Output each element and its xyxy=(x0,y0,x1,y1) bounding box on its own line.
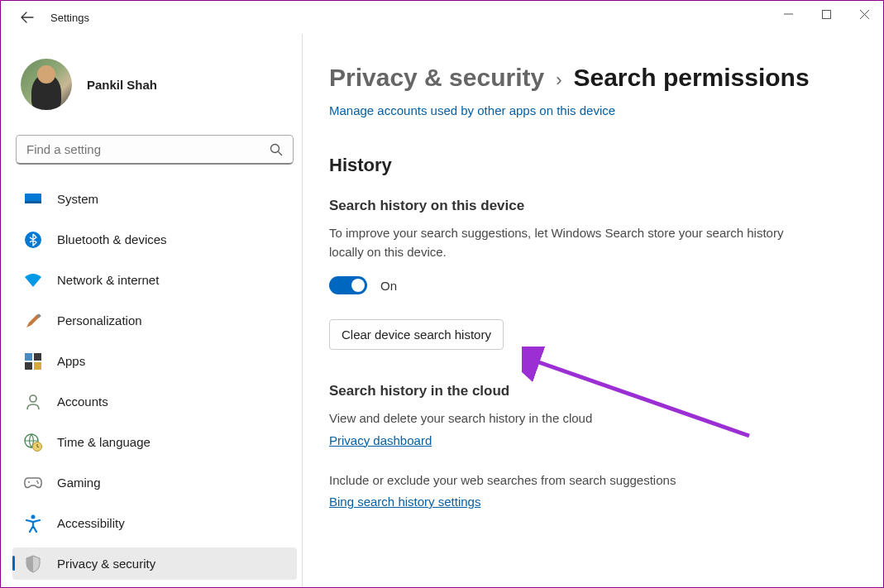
nav-label: System xyxy=(57,192,98,206)
window-controls xyxy=(769,1,883,27)
device-history-desc: To improve your search suggestions, let … xyxy=(329,224,792,261)
wifi-icon xyxy=(24,271,42,289)
nav-label: Network & internet xyxy=(57,273,159,287)
svg-point-12 xyxy=(30,395,36,402)
device-history-toggle[interactable] xyxy=(329,276,367,294)
bing-history-link[interactable]: Bing search history settings xyxy=(329,495,480,509)
nav-label: Accessibility xyxy=(57,516,125,530)
maximize-button[interactable] xyxy=(807,1,845,27)
gamepad-icon xyxy=(24,474,42,492)
system-icon xyxy=(24,190,42,208)
nav-label: Privacy & security xyxy=(57,557,155,571)
svg-rect-10 xyxy=(25,362,32,370)
cloud-view-desc: View and delete your search history in t… xyxy=(329,409,792,428)
svg-point-17 xyxy=(37,482,39,484)
shield-icon xyxy=(24,555,42,573)
device-history-title: Search history on this device xyxy=(329,198,867,214)
svg-point-15 xyxy=(28,481,30,483)
sidebar: Pankil Shah System Bluetooth & devices N… xyxy=(1,34,307,587)
history-heading: History xyxy=(329,155,867,176)
profile-block[interactable]: Pankil Shah xyxy=(12,34,297,135)
device-history-toggle-row: On xyxy=(329,276,867,294)
back-button[interactable] xyxy=(17,7,37,27)
svg-rect-8 xyxy=(25,353,32,361)
nav-label: Gaming xyxy=(57,476,101,490)
sidebar-item-privacy-security[interactable]: Privacy & security xyxy=(12,547,297,580)
sidebar-item-accounts[interactable]: Accounts xyxy=(12,385,297,418)
sidebar-item-network[interactable]: Network & internet xyxy=(12,264,297,296)
breadcrumb-current: Search permissions xyxy=(573,64,809,92)
sidebar-item-time-language[interactable]: Time & language xyxy=(12,426,297,458)
svg-line-3 xyxy=(279,151,283,155)
nav-label: Personalization xyxy=(57,313,142,327)
svg-rect-5 xyxy=(25,201,41,203)
profile-name: Pankil Shah xyxy=(87,78,157,92)
svg-point-16 xyxy=(36,480,38,482)
clear-device-history-button[interactable]: Clear device search history xyxy=(329,319,504,350)
search-icon xyxy=(270,143,283,156)
sidebar-item-gaming[interactable]: Gaming xyxy=(12,466,297,499)
close-button[interactable] xyxy=(845,1,883,27)
back-arrow-icon xyxy=(21,11,34,24)
titlebar: Settings xyxy=(1,1,883,34)
svg-point-18 xyxy=(31,514,36,519)
accessibility-icon xyxy=(24,514,42,533)
bluetooth-icon xyxy=(24,231,42,249)
chevron-right-icon: › xyxy=(556,69,561,91)
search-box[interactable] xyxy=(16,135,294,165)
toggle-state-label: On xyxy=(380,279,397,293)
globe-clock-icon xyxy=(24,433,42,452)
nav-list: System Bluetooth & devices Network & int… xyxy=(12,183,297,580)
sidebar-item-accessibility[interactable]: Accessibility xyxy=(12,507,297,539)
sidebar-item-bluetooth[interactable]: Bluetooth & devices xyxy=(12,223,297,256)
svg-point-2 xyxy=(271,144,280,152)
breadcrumb-parent[interactable]: Privacy & security xyxy=(329,64,544,92)
window-title: Settings xyxy=(50,12,89,24)
brush-icon xyxy=(24,312,42,330)
privacy-dashboard-link[interactable]: Privacy dashboard xyxy=(329,433,432,447)
minimize-button[interactable] xyxy=(769,1,807,27)
svg-rect-1 xyxy=(822,10,830,18)
cloud-include-desc: Include or exclude your web searches fro… xyxy=(329,471,825,490)
nav-label: Time & language xyxy=(57,435,151,449)
cloud-history-title: Search history in the cloud xyxy=(329,383,867,399)
svg-rect-9 xyxy=(34,353,41,361)
manage-accounts-link[interactable]: Manage accounts used by other apps on th… xyxy=(329,103,615,117)
breadcrumb: Privacy & security › Search permissions xyxy=(329,64,867,92)
sidebar-item-apps[interactable]: Apps xyxy=(12,345,297,377)
avatar xyxy=(21,59,72,110)
nav-label: Bluetooth & devices xyxy=(57,232,167,246)
sidebar-item-system[interactable]: System xyxy=(12,183,297,215)
search-input[interactable] xyxy=(26,142,270,156)
nav-label: Apps xyxy=(57,354,85,368)
svg-rect-11 xyxy=(34,362,41,370)
apps-icon xyxy=(24,352,42,370)
nav-label: Accounts xyxy=(57,394,108,409)
sidebar-item-personalization[interactable]: Personalization xyxy=(12,304,297,337)
content-area: Privacy & security › Search permissions … xyxy=(302,34,883,587)
person-icon xyxy=(24,393,42,411)
